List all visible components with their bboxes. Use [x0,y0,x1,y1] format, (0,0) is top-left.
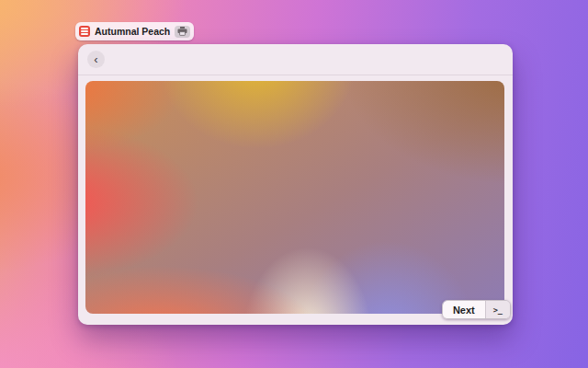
terminal-prompt-icon: >_ [493,305,503,315]
printer-glyph [177,27,187,36]
gradient-name-pill[interactable]: Autumnal Peach [75,22,194,40]
printer-icon[interactable] [175,26,190,38]
window-toolbar: ‹ [78,44,513,75]
next-button[interactable]: Next [443,301,485,318]
app-window: ‹ Next >_ [78,44,513,325]
window-content: Next >_ [78,75,513,324]
gradient-preview [85,81,504,314]
back-button[interactable]: ‹ [87,51,105,68]
desktop-wallpaper: Autumnal Peach ‹ Next >_ [0,0,588,368]
gradient-name-label: Autumnal Peach [95,26,170,37]
terminal-button[interactable]: >_ [485,301,510,318]
footer-actions: Next >_ [442,300,511,319]
chevron-left-icon: ‹ [94,53,97,65]
red-list-app-icon [79,26,90,37]
